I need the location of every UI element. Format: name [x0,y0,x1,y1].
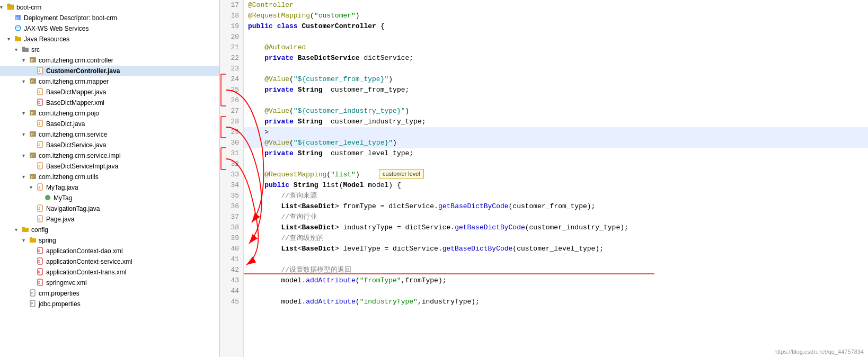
code-line-36: List<BaseDict> fromType = dictService.ge… [244,201,868,212]
tree-item-pkg-service-impl[interactable]: ▾Pcom.itzheng.crm.service.impl [0,150,219,161]
code-line-22: private BaseDictService dictService; [244,53,868,64]
tree-item-java-resources[interactable]: ▾Java Resources [0,34,219,44]
tree-item-deployment[interactable]: DDeployment Descriptor: boot-crm [0,13,219,23]
code-line-29: > [244,127,868,138]
code-editor[interactable]: 1718192021222324252627282930313233343536… [220,0,868,357]
tree-item-NavigationTag[interactable]: JNavigationTag.java [0,203,219,214]
line-num-17: 17 [220,0,243,11]
file-tree[interactable]: ▾boot-crm DDeployment Descriptor: boot-c… [0,0,220,357]
tree-label-BaseDictService: BaseDictService.java [46,140,106,150]
tree-item-pkg-pojo[interactable]: ▾Pcom.itzheng.crm.pojo [0,108,219,119]
line-num-32: 32 [220,159,243,169]
line-num-19: 19 [220,21,243,32]
svg-rect-43 [30,237,32,239]
svg-text:P: P [31,58,33,63]
tree-item-MyTag[interactable]: ▾JMyTag.java [0,182,219,193]
tree-label-pkg-mapper: com.itzheng.crm.mapper [39,77,109,86]
tree-item-CustomerController[interactable]: JCustomerController.java [0,66,219,76]
tree-icon-spring [29,236,37,245]
code-line-31: private String customer_level_type; [244,148,868,159]
line-num-31: 31 [220,148,243,159]
code-line-26 [244,95,868,106]
code-line-43: model.addAttribute("fromType",fromType); [244,275,868,286]
tree-item-spring[interactable]: ▾spring [0,235,219,246]
tree-label-BaseDict: BaseDict.java [46,119,85,129]
tree-item-BaseDictMapper[interactable]: JBaseDictMapper.java [0,87,219,97]
annotation-label: customer level [379,169,424,178]
tree-label-config: config [31,225,48,235]
tree-item-crm-props[interactable]: Pcrm.properties [0,288,219,299]
tree-item-BaseDictService[interactable]: JBaseDictService.java [0,140,219,150]
svg-rect-5 [15,37,21,41]
tree-item-pkg-utils[interactable]: ▾Pcom.itzheng.crm.utils [0,172,219,182]
tree-arrow-pkg-service: ▾ [22,130,29,139]
tree-item-pkg-service[interactable]: ▾Pcom.itzheng.crm.service [0,129,219,140]
tree-label-jdbc-props: jdbc.properties [39,299,81,309]
svg-text:J: J [38,121,40,126]
svg-text:P: P [31,111,33,116]
svg-rect-8 [22,47,25,48]
line-num-38: 38 [220,222,243,233]
tree-icon-NavigationTag: J [36,204,45,213]
tree-item-MyTagItem[interactable]: MyTag [0,193,219,203]
code-line-32 [244,159,868,169]
tree-item-jax-ws[interactable]: JAX-WS Web Services [0,23,219,34]
line-num-39: 39 [220,233,243,244]
code-line-19: public class CustomerController { [244,21,868,32]
tree-item-boot-crm[interactable]: ▾boot-crm [0,2,219,13]
tree-item-src[interactable]: ▾src [0,44,219,55]
tree-item-jdbc-props[interactable]: Pjdbc.properties [0,299,219,309]
svg-rect-41 [22,227,25,228]
tree-icon-jdbc-props: P [29,300,37,308]
tree-icon-java-resources [14,35,22,43]
tree-item-BaseDictServiceImpl[interactable]: JBaseDictServiceImpl.java [0,161,219,172]
tree-label-pkg-service-impl: com.itzheng.crm.service.impl [39,151,121,160]
code-line-34: public String list(Model model) { [244,180,868,191]
tree-icon-Page: J [36,215,45,224]
code-line-41 [244,254,868,265]
svg-text:P: P [31,302,33,306]
tree-item-appCtxService[interactable]: XapplicationContext-service.xml [0,256,219,267]
svg-rect-7 [22,48,29,52]
tree-icon-appCtxService: X [36,257,45,266]
svg-text:X: X [38,249,40,253]
tree-item-appCtxTrans[interactable]: XapplicationContext-trans.xml [0,267,219,278]
tree-label-boot-crm: boot-crm [16,3,41,12]
tree-item-Page[interactable]: JPage.java [0,214,219,225]
svg-text:J: J [38,142,40,147]
tree-icon-pkg-pojo: P [29,109,37,118]
tree-arrow-pkg-utils: ▾ [22,172,29,182]
tree-item-springmvc[interactable]: Xspringmvc.xml [0,278,219,288]
tree-item-appCtxDao[interactable]: XapplicationContext-dao.xml [0,246,219,256]
tree-label-java-resources: Java Resources [24,34,69,44]
tree-label-springmvc: springmvc.xml [46,278,87,288]
tree-label-pkg-utils: com.itzheng.crm.utils [39,172,99,182]
tree-arrow-spring: ▾ [22,236,29,245]
tree-icon-MyTagItem [43,194,52,202]
tree-label-Page: Page.java [46,215,74,224]
svg-text:X: X [38,101,40,104]
tree-icon-pkg-service-impl: P [29,151,37,160]
svg-rect-42 [30,238,36,243]
line-num-24: 24 [220,74,243,85]
tree-item-pkg-mapper[interactable]: ▾Pcom.itzheng.crm.mapper [0,76,219,87]
tree-label-BaseDictMapper: BaseDictMapper.java [46,87,106,97]
line-num-28: 28 [220,117,243,127]
tree-item-BaseDict[interactable]: JBaseDict.java [0,119,219,129]
line-num-29: 29 [220,127,243,138]
tree-item-pkg-controller[interactable]: ▾Pcom.itzheng.crm.controller [0,55,219,66]
svg-point-4 [15,25,21,31]
tree-label-appCtxTrans: applicationContext-trans.xml [46,267,126,277]
code-line-38: List<BaseDict> industryType = dictServic… [244,222,868,233]
line-num-41: 41 [220,254,243,265]
tree-item-BaseDictMapperXml[interactable]: XBaseDictMapper.xml [0,97,219,108]
tree-icon-jax-ws [14,24,22,33]
code-line-17: @Controller [244,0,868,11]
svg-text:X: X [38,270,40,274]
tree-label-jax-ws: JAX-WS Web Services [24,24,88,33]
tree-item-config[interactable]: ▾config [0,225,219,235]
svg-text:J: J [38,68,40,73]
tree-label-BaseDictMapperXml: BaseDictMapper.xml [46,98,104,108]
tree-icon-pkg-controller: P [29,56,37,65]
tree-arrow-config: ▾ [15,225,21,235]
